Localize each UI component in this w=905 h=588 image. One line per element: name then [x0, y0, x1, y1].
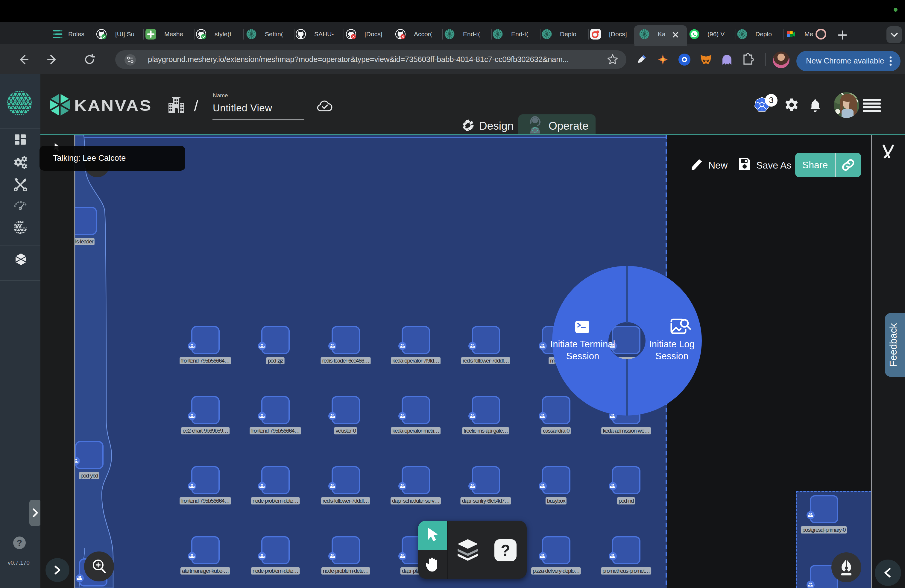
svg-text:Initiate Log: Initiate Log — [649, 339, 695, 350]
svg-text:Session: Session — [566, 351, 599, 361]
svg-text:Initiate Terminal: Initiate Terminal — [550, 339, 615, 350]
svg-text:Session: Session — [656, 351, 688, 361]
